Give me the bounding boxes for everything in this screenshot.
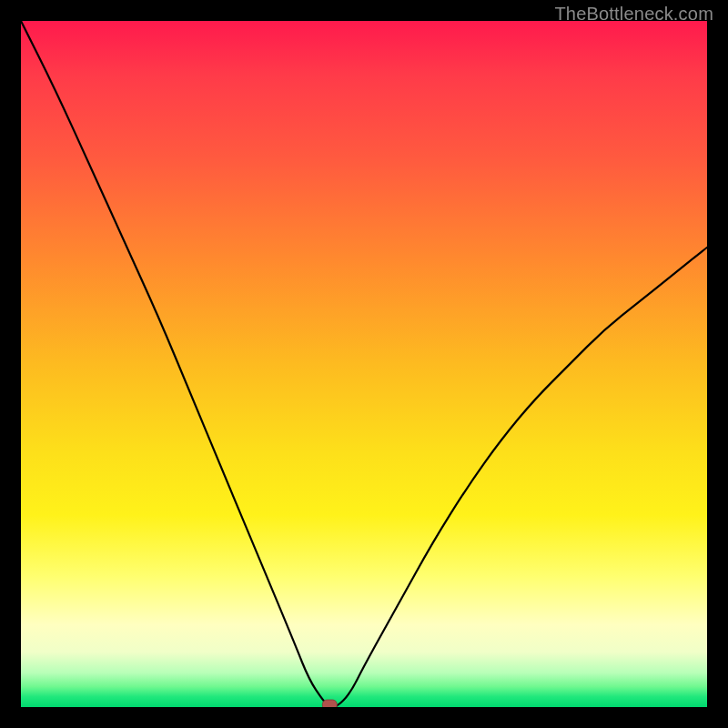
chart-frame: TheBottleneck.com <box>0 0 728 728</box>
chart-svg <box>21 21 707 707</box>
watermark-text: TheBottleneck.com <box>554 4 713 25</box>
chart-plot-area <box>21 21 707 707</box>
optimal-point-marker <box>322 700 337 707</box>
bottleneck-curve <box>21 21 707 707</box>
